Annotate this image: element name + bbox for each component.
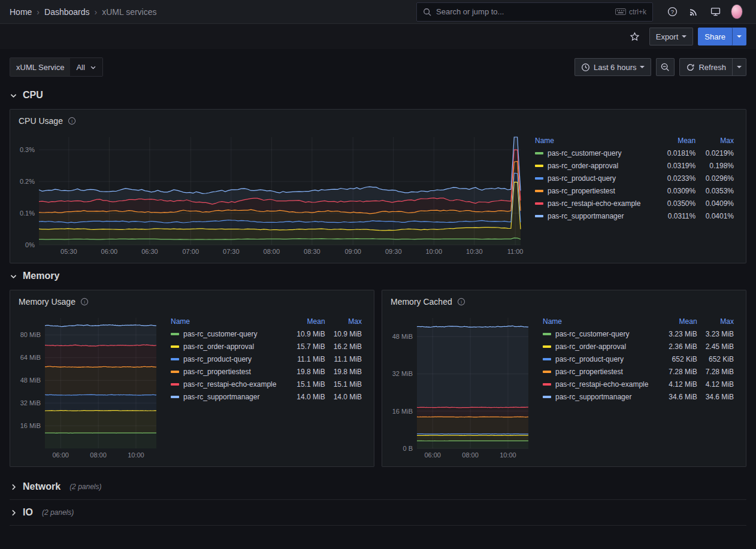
memory-cached-chart[interactable]: 06:0008:0010:000 B16 MiB32 MiB48 MiB bbox=[387, 313, 534, 460]
series-mean-value: 14.0 MiB bbox=[291, 390, 327, 403]
series-max-value: 19.8 MiB bbox=[328, 365, 364, 378]
series-name[interactable]: pas-rc_restapi-echo-example bbox=[548, 199, 640, 208]
svg-text:32 MiB: 32 MiB bbox=[20, 399, 41, 407]
cpu-usage-chart[interactable]: 05:3006:0006:3007:0007:3008:0008:3009:00… bbox=[15, 132, 527, 257]
refresh-interval-button[interactable] bbox=[733, 58, 746, 76]
series-name[interactable]: pas-rc_customer-query bbox=[548, 149, 621, 157]
panel-header[interactable]: Memory Usage i bbox=[10, 290, 374, 313]
panel-title: Memory Usage bbox=[19, 297, 75, 307]
profile-button[interactable] bbox=[727, 2, 746, 22]
series-color-swatch bbox=[543, 371, 551, 373]
panel-header[interactable]: CPU Usage i bbox=[10, 110, 746, 132]
legend-row: pas-rc_order-approval15.7 MiB16.2 MiB bbox=[168, 340, 364, 353]
series-name[interactable]: pas-rc_customer-query bbox=[555, 330, 629, 338]
series-mean-value: 0.0350% bbox=[660, 197, 698, 210]
series-max-value: 10.9 MiB bbox=[328, 327, 364, 340]
chevron-down-icon bbox=[682, 35, 687, 38]
export-button[interactable]: Export bbox=[649, 28, 694, 46]
info-icon[interactable]: i bbox=[80, 298, 89, 306]
breadcrumb-dashboards[interactable]: Dashboards bbox=[44, 7, 90, 17]
variable-value-dropdown[interactable]: All bbox=[70, 58, 102, 76]
info-icon[interactable]: i bbox=[68, 117, 76, 125]
series-name[interactable]: pas-rc_propertiestest bbox=[183, 368, 251, 376]
memory-usage-chart[interactable]: 06:0008:0010:0016 MiB32 MiB48 MiB64 MiB8… bbox=[15, 313, 162, 460]
series-mean-value: 15.1 MiB bbox=[291, 378, 327, 390]
legend-header-name[interactable]: Name bbox=[533, 135, 660, 147]
series-max-value: 0.0296% bbox=[698, 172, 736, 184]
series-max-value: 2.45 MiB bbox=[700, 340, 736, 353]
star-dashboard-button[interactable] bbox=[625, 27, 645, 46]
variable-filter-xuml-service[interactable]: xUML Service All bbox=[10, 57, 103, 77]
svg-text:0%: 0% bbox=[25, 241, 35, 248]
legend-row: pas-rc_customer-query0.0181%0.0219% bbox=[533, 147, 736, 159]
section-io[interactable]: IO (2 panels) bbox=[10, 503, 746, 526]
variable-value: All bbox=[76, 63, 84, 72]
series-color-swatch bbox=[535, 190, 543, 192]
help-button[interactable]: ? bbox=[663, 2, 682, 22]
share-button[interactable]: Share bbox=[698, 28, 732, 46]
news-button[interactable] bbox=[684, 2, 703, 22]
svg-text:i: i bbox=[71, 119, 72, 124]
kiosk-mode-button[interactable] bbox=[706, 2, 725, 22]
svg-text:09:00: 09:00 bbox=[344, 248, 361, 255]
series-name[interactable]: pas-rc_propertiestest bbox=[555, 368, 623, 376]
panel-title: CPU Usage bbox=[19, 116, 63, 126]
svg-text:16 MiB: 16 MiB bbox=[20, 422, 41, 429]
legend-header-max[interactable]: Max bbox=[698, 135, 736, 147]
svg-text:08:00: 08:00 bbox=[462, 451, 479, 459]
legend-row: pas-rc_restapi-echo-example0.0350%0.0409… bbox=[533, 197, 736, 210]
section-network[interactable]: Network (2 panels) bbox=[10, 478, 746, 500]
legend-row: pas-rc_product-query11.1 MiB11.1 MiB bbox=[168, 353, 364, 365]
info-icon[interactable]: i bbox=[457, 298, 465, 306]
legend: NameMeanMaxpas-rc_customer-query0.0181%0… bbox=[527, 132, 740, 257]
series-name[interactable]: pas-rc_customer-query bbox=[183, 330, 257, 338]
legend-table: NameMeanMaxpas-rc_customer-query0.0181%0… bbox=[533, 135, 736, 222]
series-name[interactable]: pas-rc_product-query bbox=[548, 174, 616, 183]
series-name[interactable]: pas-rc_supportmanager bbox=[548, 212, 624, 220]
series-name[interactable]: pas-rc_supportmanager bbox=[183, 393, 259, 401]
legend-header-max[interactable]: Max bbox=[700, 316, 736, 327]
breadcrumb-current: xUML services bbox=[102, 7, 156, 17]
svg-text:06:00: 06:00 bbox=[101, 248, 118, 255]
panel-header[interactable]: Memory Cached i bbox=[382, 290, 746, 313]
svg-text:i: i bbox=[84, 299, 85, 305]
section-cpu[interactable]: CPU bbox=[10, 86, 746, 104]
refresh-button[interactable]: Refresh bbox=[679, 58, 733, 76]
share-label: Share bbox=[704, 32, 725, 41]
series-name[interactable]: pas-rc_order-approval bbox=[548, 162, 618, 170]
svg-text:0 B: 0 B bbox=[403, 445, 413, 452]
legend-row: pas-rc_propertiestest7.28 MiB7.28 MiB bbox=[540, 365, 736, 378]
svg-text:06:30: 06:30 bbox=[141, 248, 158, 255]
legend-header-name[interactable]: Name bbox=[540, 316, 663, 327]
legend-header-mean[interactable]: Mean bbox=[660, 135, 698, 147]
search-input[interactable]: Search or jump to... ctrl+k bbox=[416, 2, 653, 22]
series-name[interactable]: pas-rc_order-approval bbox=[555, 342, 626, 351]
section-memory[interactable]: Memory bbox=[10, 267, 746, 285]
legend-row: pas-rc_supportmanager34.6 MiB34.6 MiB bbox=[540, 390, 736, 403]
series-max-value: 0.198% bbox=[698, 159, 736, 172]
breadcrumb-home[interactable]: Home bbox=[10, 7, 32, 17]
series-name[interactable]: pas-rc_product-query bbox=[183, 355, 252, 363]
legend-row: pas-rc_restapi-echo-example15.1 MiB15.1 … bbox=[168, 378, 364, 390]
legend-row: pas-rc_product-query0.0233%0.0296% bbox=[533, 172, 736, 184]
search-shortcut: ctrl+k bbox=[615, 8, 646, 16]
legend-header-name[interactable]: Name bbox=[168, 316, 291, 327]
legend-header-mean[interactable]: Mean bbox=[291, 316, 327, 327]
share-menu-button[interactable] bbox=[732, 28, 746, 46]
series-max-value: 15.1 MiB bbox=[328, 378, 364, 390]
series-name[interactable]: pas-rc_propertiestest bbox=[548, 187, 615, 195]
series-name[interactable]: pas-rc_restapi-echo-example bbox=[555, 380, 648, 389]
series-max-value: 34.6 MiB bbox=[700, 390, 736, 403]
series-name[interactable]: pas-rc_product-query bbox=[555, 355, 624, 363]
legend-row: pas-rc_customer-query3.23 MiB3.23 MiB bbox=[540, 327, 736, 340]
series-name[interactable]: pas-rc_restapi-echo-example bbox=[183, 380, 276, 389]
zoom-out-time-button[interactable] bbox=[656, 58, 675, 76]
series-name[interactable]: pas-rc_supportmanager bbox=[555, 393, 631, 401]
time-range-picker[interactable]: Last 6 hours bbox=[574, 58, 652, 76]
series-name[interactable]: pas-rc_order-approval bbox=[183, 342, 254, 351]
svg-text:32 MiB: 32 MiB bbox=[392, 370, 413, 377]
legend-header-max[interactable]: Max bbox=[328, 316, 364, 327]
legend-header-mean[interactable]: Mean bbox=[663, 316, 699, 327]
series-color-swatch bbox=[543, 396, 551, 398]
series-max-value: 4.12 MiB bbox=[700, 378, 736, 390]
